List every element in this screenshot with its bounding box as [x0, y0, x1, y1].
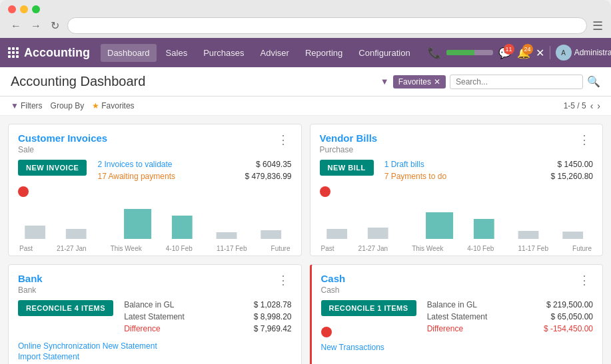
cash-stat1: Balance in GL $ 219,500.00 — [427, 300, 593, 309]
svg-rect-0 — [25, 226, 45, 239]
filter-icon: ▼ — [11, 101, 19, 110]
cash-diff-label: Difference — [427, 324, 463, 333]
groupby-button[interactable]: Group By — [51, 101, 85, 110]
top-nav: Accounting Dashboard Sales Purchases Adv… — [0, 38, 611, 67]
cash-reconcile-button[interactable]: RECONCILE 1 ITEMS — [321, 300, 416, 316]
prev-page-button[interactable]: ‹ — [590, 100, 594, 111]
maximize-dot — [32, 5, 40, 13]
draft-bills-value: $ 1450.00 — [558, 160, 593, 169]
svg-rect-2 — [124, 209, 151, 239]
address-bar[interactable] — [67, 17, 587, 34]
bank-reconcile-button[interactable]: RECONCILE 4 ITEMS — [18, 300, 113, 316]
chat-count: 11 — [504, 44, 514, 55]
bank-title: Bank — [18, 273, 43, 284]
cash-body: RECONCILE 1 ITEMS Balance in GL $ 219,50… — [312, 300, 603, 343]
svg-rect-10 — [518, 231, 538, 239]
nav-link-adviser[interactable]: Adviser — [254, 44, 296, 62]
svg-rect-5 — [261, 230, 281, 239]
vendor-bills-title-area: Vendor Bills Purchase — [320, 132, 378, 154]
username: Administrator — [574, 48, 611, 57]
close-icon[interactable]: ✕ — [536, 47, 544, 59]
customer-invoices-menu-button[interactable]: ⋮ — [275, 132, 292, 147]
search-button[interactable]: 🔍 — [587, 75, 600, 88]
cash-card: Cash Cash ⋮ RECONCILE 1 ITEMS Balance in… — [310, 264, 604, 364]
new-invoice-button[interactable]: NEW INVOICE — [18, 160, 87, 176]
vendor-bills-stat2: 7 Payments to do $ 15,260.80 — [384, 172, 593, 181]
search-input[interactable] — [450, 75, 583, 89]
notification-badge-1: 💬 11 — [498, 47, 512, 59]
cash-header: Cash Cash ⋮ — [312, 265, 603, 300]
forward-button[interactable]: → — [28, 19, 44, 33]
new-bill-button[interactable]: NEW BILL — [320, 160, 374, 176]
vendor-bills-card: Vendor Bills Purchase ⋮ NEW BILL 1 Draft… — [310, 124, 604, 256]
cash-status-dot — [321, 327, 332, 337]
invoices-awaiting-label[interactable]: 17 Awaiting payments — [97, 172, 175, 181]
payments-todo-label[interactable]: 7 Payments to do — [384, 172, 446, 181]
customer-invoices-card: Customer Invoices Sale ⋮ NEW INVOICE 2 I… — [8, 124, 302, 256]
nav-link-sales[interactable]: Sales — [159, 44, 195, 62]
vendor-bills-title: Vendor Bills — [320, 132, 378, 144]
dashboard: Customer Invoices Sale ⋮ NEW INVOICE 2 I… — [0, 116, 611, 364]
nav-link-dashboard[interactable]: Dashboard — [101, 44, 157, 62]
nav-right: 📞 💬 11 🔔 24 ✕ A Administrator — [428, 45, 611, 61]
browser-chrome: ← → ↻ ☰ — [0, 0, 611, 38]
nav-link-configuration[interactable]: Configuration — [352, 44, 416, 62]
label-4-10: 4-10 Feb — [166, 245, 193, 252]
vb-label-this-week: This Week — [412, 245, 443, 252]
bank-header: Bank Bank ⋮ — [9, 265, 301, 300]
nav-link-reporting[interactable]: Reporting — [299, 44, 349, 62]
reload-button[interactable]: ↻ — [48, 18, 62, 33]
filters-button[interactable]: ▼ Filters — [11, 101, 43, 110]
cash-balance-label: Balance in GL — [427, 300, 477, 309]
star-icon: ★ — [92, 101, 99, 110]
page-title: Accounting Dashboard — [11, 74, 145, 89]
next-page-button[interactable]: › — [597, 100, 600, 111]
bank-links: Online Synchronization New Statement Imp… — [9, 341, 301, 364]
favorites-tag-close[interactable]: ✕ — [434, 77, 440, 87]
app-logo: Accounting — [8, 46, 90, 60]
invoices-validate-label[interactable]: 2 Invoices to validate — [97, 160, 172, 169]
favorites-button[interactable]: ★ Favorites — [92, 101, 134, 110]
filters-label: Filters — [21, 101, 43, 110]
user-menu[interactable]: A Administrator — [556, 45, 611, 61]
vendor-bills-menu-button[interactable]: ⋮ — [576, 132, 593, 147]
phone-icon[interactable]: 📞 — [428, 47, 441, 59]
nav-links: Dashboard Sales Purchases Adviser Report… — [101, 44, 417, 62]
back-button[interactable]: ← — [8, 19, 24, 33]
cash-transactions-link[interactable]: New Transactions — [321, 343, 594, 352]
customer-invoices-stats: 2 Invoices to validate $ 6049.35 17 Awai… — [97, 160, 291, 184]
favorites-tag[interactable]: Favorites ✕ — [393, 75, 446, 89]
browser-menu-button[interactable]: ☰ — [592, 19, 603, 33]
vb-label-future: Future — [572, 245, 592, 252]
bank-stat2: Latest Statement $ 8,998.20 — [124, 312, 291, 321]
svg-rect-8 — [426, 212, 453, 239]
draft-bills-label[interactable]: 1 Draft bills — [384, 160, 424, 169]
progress-bar — [446, 50, 493, 55]
svg-rect-1 — [66, 229, 87, 239]
cash-menu-button[interactable]: ⋮ — [576, 273, 593, 287]
vb-label-21-27: 21-27 Jan — [358, 245, 388, 252]
cash-stat2: Latest Statement $ 65,050.00 — [427, 312, 593, 321]
label-11-17: 11-17 Feb — [217, 245, 247, 252]
cash-balance-value: $ 219,500.00 — [546, 300, 593, 309]
nav-link-purchases[interactable]: Purchases — [197, 44, 251, 62]
vendor-bills-stat1: 1 Draft bills $ 1450.00 — [384, 160, 593, 169]
cash-stat3: Difference $ -154,450.00 — [427, 324, 593, 333]
bank-stats: Balance in GL $ 1,028.78 Latest Statemen… — [124, 300, 291, 336]
vb-label-4-10: 4-10 Feb — [467, 245, 494, 252]
filter-bar: ▼ Favorites ✕ 🔍 — [380, 75, 600, 89]
close-dot — [8, 5, 16, 13]
customer-invoices-body: NEW INVOICE 2 Invoices to validate $ 604… — [9, 160, 301, 202]
vendor-bills-subtitle: Purchase — [320, 145, 378, 154]
bank-balance-value: $ 1,028.78 — [254, 300, 292, 309]
bank-sync-link[interactable]: Online Synchronization New Statement — [18, 341, 292, 351]
bank-subtitle: Bank — [18, 285, 43, 295]
customer-invoices-subtitle: Sale — [18, 145, 107, 154]
bank-menu-button[interactable]: ⋮ — [275, 273, 292, 287]
vb-label-past: Past — [321, 245, 334, 252]
bank-latest-value: $ 8,998.20 — [254, 312, 292, 321]
cash-latest-label: Latest Statement — [427, 312, 488, 321]
bank-import-link[interactable]: Import Statement — [18, 352, 292, 361]
progress-fill — [446, 50, 474, 55]
grid-icon — [8, 47, 19, 58]
